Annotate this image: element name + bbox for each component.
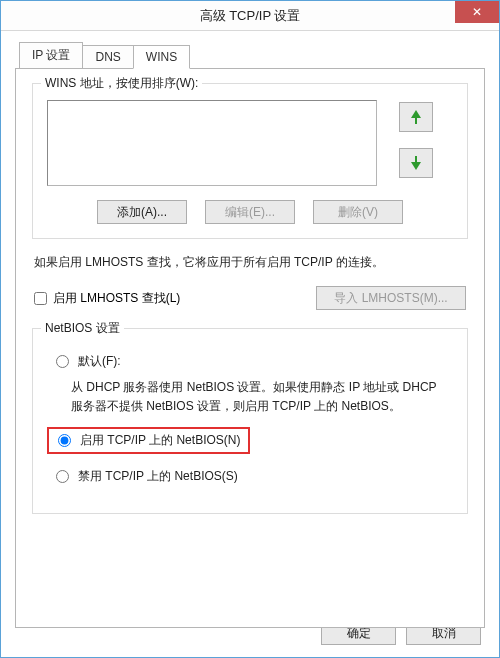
move-down-button[interactable] (399, 148, 433, 178)
enable-lmhosts-checkbox[interactable]: 启用 LMHOSTS 查找(L) (34, 290, 180, 307)
arrow-down-icon (411, 156, 421, 170)
netbios-enable-label: 启用 TCP/IP 上的 NetBIOS(N) (80, 432, 240, 449)
window: 高级 TCP/IP 设置 ✕ IP 设置 DNS WINS WINS 地址，按使… (0, 0, 500, 658)
remove-button[interactable]: 删除(V) (313, 200, 403, 224)
tab-dns[interactable]: DNS (82, 45, 133, 69)
netbios-legend: NetBIOS 设置 (41, 320, 124, 337)
lmhosts-row: 启用 LMHOSTS 查找(L) 导入 LMHOSTS(M)... (34, 286, 466, 310)
netbios-default-label: 默认(F): (78, 353, 121, 370)
netbios-disable-input[interactable] (56, 470, 69, 483)
netbios-enable-radio[interactable]: 启用 TCP/IP 上的 NetBIOS(N) (53, 432, 240, 449)
close-button[interactable]: ✕ (455, 1, 499, 23)
netbios-disable-label: 禁用 TCP/IP 上的 NetBIOS(S) (78, 468, 238, 485)
wins-buttons-row: 添加(A)... 编辑(E)... 删除(V) (47, 200, 453, 224)
wins-addresses-group: WINS 地址，按使用排序(W): (32, 83, 468, 239)
netbios-enable-highlight: 启用 TCP/IP 上的 NetBIOS(N) (47, 427, 250, 454)
netbios-default-desc: 从 DHCP 服务器使用 NetBIOS 设置。如果使用静态 IP 地址或 DH… (71, 378, 449, 416)
edit-button[interactable]: 编辑(E)... (205, 200, 295, 224)
tabs: IP 设置 DNS WINS (19, 41, 485, 68)
tab-ip-settings[interactable]: IP 设置 (19, 42, 83, 69)
add-button[interactable]: 添加(A)... (97, 200, 187, 224)
enable-lmhosts-label: 启用 LMHOSTS 查找(L) (53, 290, 180, 307)
wins-address-list[interactable] (47, 100, 377, 186)
window-title: 高级 TCP/IP 设置 (200, 7, 301, 25)
netbios-disable-radio[interactable]: 禁用 TCP/IP 上的 NetBIOS(S) (51, 468, 449, 485)
import-lmhosts-button[interactable]: 导入 LMHOSTS(M)... (316, 286, 466, 310)
move-up-button[interactable] (399, 102, 433, 132)
wins-order-buttons (399, 102, 433, 178)
netbios-default-input[interactable] (56, 355, 69, 368)
close-icon: ✕ (472, 5, 482, 19)
netbios-default-radio[interactable]: 默认(F): (51, 353, 449, 370)
lmhosts-info: 如果启用 LMHOSTS 查找，它将应用于所有启用 TCP/IP 的连接。 (34, 253, 466, 272)
netbios-enable-input[interactable] (58, 434, 71, 447)
titlebar: 高级 TCP/IP 设置 ✕ (1, 1, 499, 31)
content: IP 设置 DNS WINS WINS 地址，按使用排序(W): (1, 31, 499, 640)
arrow-up-icon (411, 110, 421, 124)
tab-wins[interactable]: WINS (133, 45, 190, 69)
tab-panel-wins: WINS 地址，按使用排序(W): (15, 68, 485, 628)
netbios-group: NetBIOS 设置 默认(F): 从 DHCP 服务器使用 NetBIOS 设… (32, 328, 468, 513)
wins-addresses-legend: WINS 地址，按使用排序(W): (41, 75, 202, 92)
wins-list-row (47, 100, 453, 186)
enable-lmhosts-input[interactable] (34, 292, 47, 305)
